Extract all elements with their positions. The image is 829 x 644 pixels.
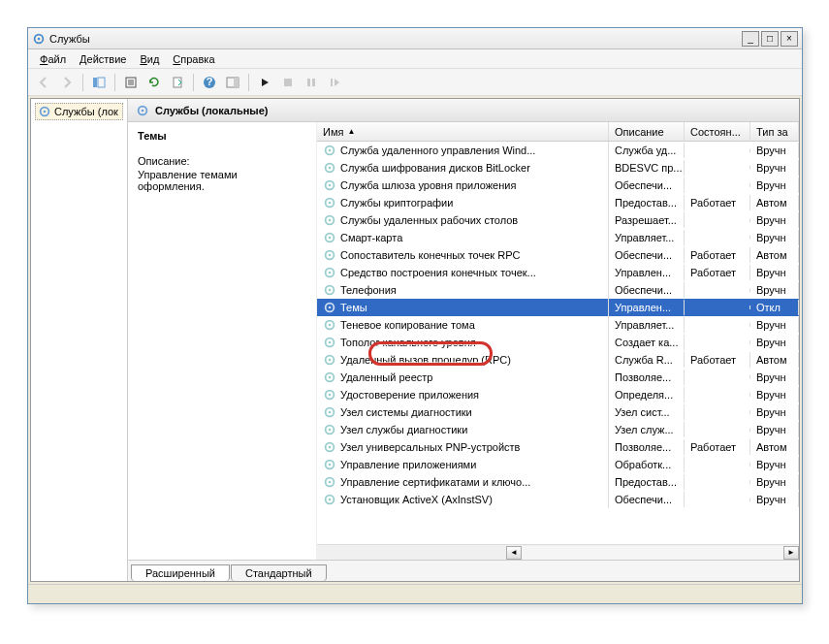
service-row[interactable]: ТелефонияОбеспечи...Вручн bbox=[317, 281, 799, 299]
service-row[interactable]: Теневое копирование томаУправляет...Вруч… bbox=[317, 316, 799, 334]
service-name: Узел универсальных PNP-устройств bbox=[340, 441, 520, 453]
service-name: Удаленный вызов процедур (RPC) bbox=[340, 354, 511, 366]
service-name: Управление сертификатами и ключо... bbox=[340, 476, 530, 488]
service-startup: Вручн bbox=[750, 317, 799, 333]
service-description: Управлен... bbox=[609, 300, 685, 315]
back-button[interactable] bbox=[34, 73, 53, 92]
menu-action[interactable]: Действие bbox=[74, 51, 132, 66]
list-header: Имя▲ Описание Состоян... Тип за bbox=[317, 122, 799, 142]
scroll-track[interactable] bbox=[522, 546, 783, 560]
svg-point-48 bbox=[329, 376, 332, 379]
service-row[interactable]: Удаленный вызов процедур (RPC)Служба R..… bbox=[317, 351, 799, 369]
gear-icon bbox=[323, 161, 336, 175]
services-list: Имя▲ Описание Состоян... Тип за Служба у… bbox=[317, 122, 799, 560]
gear-icon bbox=[323, 458, 336, 471]
tree-root-item[interactable]: Службы (лок bbox=[35, 103, 123, 120]
menu-view[interactable]: Вид bbox=[134, 51, 165, 66]
service-status: Работает bbox=[685, 247, 750, 263]
service-startup: Автом bbox=[750, 439, 799, 455]
horizontal-scrollbar[interactable]: ◄ ► bbox=[317, 544, 799, 560]
service-status bbox=[685, 393, 750, 397]
column-description[interactable]: Описание bbox=[609, 122, 685, 141]
service-row[interactable]: Узел службы диагностикиУзел служ...Вручн bbox=[317, 421, 799, 438]
svg-point-32 bbox=[329, 237, 332, 240]
service-name: Темы bbox=[340, 302, 367, 313]
tree-pane[interactable]: Службы (лок bbox=[31, 99, 128, 581]
tab-extended[interactable]: Расширенный bbox=[131, 564, 230, 581]
scroll-left-button[interactable]: ◄ bbox=[506, 546, 522, 560]
titlebar[interactable]: Службы _ □ × bbox=[28, 28, 802, 49]
service-startup: Вручн bbox=[750, 474, 799, 490]
gear-icon bbox=[323, 213, 336, 227]
menu-file[interactable]: Файл bbox=[34, 51, 72, 66]
service-status bbox=[685, 498, 750, 501]
svg-point-56 bbox=[329, 446, 332, 449]
service-startup: Вручн bbox=[750, 143, 799, 158]
service-row[interactable]: Служба шифрования дисков BitLockerBDESVC… bbox=[317, 159, 799, 177]
gear-icon bbox=[323, 475, 336, 489]
help-button[interactable]: ? bbox=[200, 73, 219, 92]
show-hide-tree-button[interactable] bbox=[89, 73, 109, 92]
maximize-button[interactable]: □ bbox=[761, 31, 779, 47]
start-service-button[interactable] bbox=[255, 73, 274, 92]
svg-point-20 bbox=[142, 109, 144, 112]
column-status[interactable]: Состоян... bbox=[685, 122, 750, 141]
service-name: Установщик ActiveX (AxInstSV) bbox=[340, 494, 493, 505]
service-name: Узел службы диагностики bbox=[340, 424, 467, 435]
service-name: Службы криптографии bbox=[340, 197, 453, 209]
service-row[interactable]: Управление сертификатами и ключо...Предо… bbox=[317, 473, 799, 491]
svg-point-40 bbox=[329, 306, 332, 309]
service-description: Узел служ... bbox=[609, 422, 685, 437]
service-row[interactable]: Служба удаленного управления Wind...Служ… bbox=[317, 142, 799, 159]
service-description: Узел сист... bbox=[609, 404, 685, 420]
properties-button[interactable] bbox=[121, 73, 141, 92]
service-row[interactable]: ТемыУправлен...Откл bbox=[317, 299, 799, 316]
service-row[interactable]: Узел системы диагностикиУзел сист...Вруч… bbox=[317, 403, 799, 421]
stop-service-button[interactable] bbox=[278, 73, 298, 92]
service-startup: Откл bbox=[750, 300, 799, 315]
service-row[interactable]: Тополог канального уровняСоздает ка...Вр… bbox=[317, 334, 799, 351]
service-row[interactable]: Смарт-картаУправляет...Вручн bbox=[317, 229, 799, 246]
tab-standard[interactable]: Стандартный bbox=[231, 564, 327, 581]
service-row[interactable]: Службы удаленных рабочих столовРазрешает… bbox=[317, 211, 799, 229]
service-row[interactable]: Служба шлюза уровня приложенияОбеспечи..… bbox=[317, 177, 799, 194]
service-row[interactable]: Установщик ActiveX (AxInstSV)Обеспечи...… bbox=[317, 491, 799, 508]
service-status: Работает bbox=[685, 352, 750, 368]
detail-header-title: Службы (локальные) bbox=[155, 105, 269, 116]
service-description: Позволяе... bbox=[609, 439, 685, 455]
forward-button[interactable] bbox=[57, 73, 77, 92]
service-row[interactable]: Средство построения конечных точек...Упр… bbox=[317, 264, 799, 281]
service-description: BDESVC пр... bbox=[609, 160, 685, 176]
minimize-button[interactable]: _ bbox=[742, 31, 759, 47]
service-row[interactable]: Управление приложениямиОбработк...Вручн bbox=[317, 456, 799, 473]
service-name: Управление приложениями bbox=[340, 459, 476, 470]
service-description: Обеспечи... bbox=[609, 282, 685, 298]
view-tabs: Расширенный Стандартный bbox=[128, 560, 799, 581]
column-name[interactable]: Имя▲ bbox=[317, 122, 609, 141]
service-status bbox=[685, 410, 750, 414]
service-row[interactable]: Удостоверение приложенияОпределя...Вручн bbox=[317, 386, 799, 403]
service-name: Узел системы диагностики bbox=[340, 406, 472, 418]
refresh-button[interactable] bbox=[144, 73, 164, 92]
column-startup[interactable]: Тип за bbox=[750, 122, 799, 141]
restart-service-button[interactable] bbox=[325, 73, 344, 92]
action-pane-button[interactable] bbox=[223, 73, 242, 92]
svg-point-50 bbox=[329, 394, 332, 397]
service-row[interactable]: Удаленный реестрПозволяе...Вручн bbox=[317, 369, 799, 386]
service-row[interactable]: Сопоставитель конечных точек RPCОбеспечи… bbox=[317, 246, 799, 264]
service-row[interactable]: Узел универсальных PNP-устройствПозволяе… bbox=[317, 438, 799, 456]
description-label: Описание: bbox=[138, 155, 306, 167]
service-startup: Вручн bbox=[750, 335, 799, 350]
scroll-right-button[interactable]: ► bbox=[783, 546, 799, 560]
pause-service-button[interactable] bbox=[302, 73, 321, 92]
service-row[interactable]: Службы криптографииПредостав...РаботаетА… bbox=[317, 194, 799, 211]
close-button[interactable]: × bbox=[781, 31, 798, 47]
export-button[interactable] bbox=[168, 73, 187, 92]
service-name: Средство построения конечных точек... bbox=[340, 267, 536, 278]
selected-service-name: Темы bbox=[138, 130, 306, 142]
gear-icon bbox=[323, 178, 336, 192]
service-name: Удаленный реестр bbox=[340, 371, 432, 383]
service-status bbox=[685, 480, 750, 484]
menu-help[interactable]: Справка bbox=[167, 51, 220, 66]
service-description: Управляет... bbox=[609, 230, 685, 245]
